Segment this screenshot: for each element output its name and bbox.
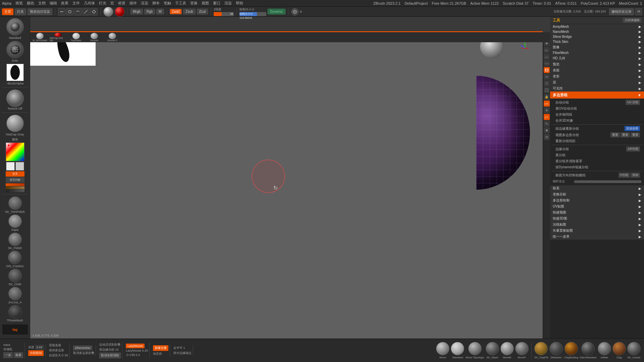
bottom-brush-movetopo[interactable]: Move Topologic	[466, 342, 484, 359]
strip-icon-3[interactable]: 100	[544, 54, 550, 60]
bottom-brush-damstandard[interactable]: DamStandard	[580, 342, 596, 359]
bottom-brush-movef[interactable]: MoveF	[515, 342, 529, 359]
reset-btn2[interactable]: 重置	[621, 132, 630, 137]
edge-sub-row[interactable]: 按边缘重新分组 近似全部	[551, 125, 643, 132]
approx-btn[interactable]: 近似全部	[625, 126, 640, 131]
mat-matcapred[interactable]: MatCap Red Wa	[50, 33, 66, 42]
add-grp-btn[interactable]: 添加	[631, 173, 640, 178]
menu-macro[interactable]: 宏	[110, 1, 114, 6]
strip-icon-7[interactable]	[544, 107, 550, 113]
hd-uv-row[interactable]: 展UV自动分组	[551, 106, 643, 112]
section-image[interactable]: 图像 ▶	[550, 44, 644, 50]
tab-preview[interactable]: 预览伯尔渲染	[28, 8, 52, 15]
brush-sk-trimpolish[interactable]: SK_TrimPolish	[5, 196, 25, 214]
bottom-brush-claybuildup[interactable]: ClayBuildup	[564, 342, 579, 359]
fill-color-btn[interactable]: 填充对象	[6, 177, 24, 183]
strip-icon-dynamic[interactable]: DYN	[544, 101, 550, 107]
matcap-gray[interactable]: MatCap Gray	[2, 115, 28, 136]
clear-loops-btn[interactable]: 取消全部清除	[99, 353, 121, 358]
mrgb-btn[interactable]: Mrgb	[130, 9, 143, 14]
merge-3d-row[interactable]: 合并3D对象	[551, 118, 643, 124]
brush-sk-polish[interactable]: SK_Polish	[8, 233, 22, 250]
canvas[interactable]: ↻ -1.626, 0.773, 0.326	[30, 32, 550, 339]
merge-similar-row[interactable]: 合并相同组	[551, 112, 643, 118]
single-step-btn[interactable]: 一步	[3, 352, 13, 358]
bottom-brush-skclayfill[interactable]: SK_ClayFill	[534, 342, 548, 359]
menu-material[interactable]: 材质	[118, 1, 125, 6]
brush-stroke-btn4[interactable]	[82, 8, 90, 15]
subdiv-level-btn[interactable]: 分段级别	[28, 350, 44, 356]
curve-ctrl-row[interactable]: 曲面方向控制创建组 P分组 添加	[551, 172, 643, 178]
strip-icon-lock[interactable]: 🔒	[544, 94, 550, 100]
focal-shift-btn[interactable]	[291, 8, 299, 15]
section-unified[interactable]: 统一一皮革 ▶	[550, 234, 644, 240]
switch-color-btn[interactable]: 交叉	[6, 171, 24, 177]
bottom-brush-inflate[interactable]: Inflate	[598, 342, 611, 359]
swatch-lightgray[interactable]	[15, 162, 24, 171]
menu-edit[interactable]: 编辑	[50, 1, 57, 6]
menu-script[interactable]: 脚本	[152, 1, 160, 6]
uv-sub-btn[interactable]: UV 分组	[626, 100, 640, 105]
section-quickpreview[interactable]: 快捷预图 ▶	[550, 209, 644, 216]
menu-effect[interactable]: 效果	[61, 1, 68, 6]
reset-btn3[interactable]: 重置	[631, 132, 640, 137]
material-sphere-preview[interactable]	[103, 7, 113, 17]
section-layers[interactable]: 层 ▶	[550, 79, 644, 85]
zcut-btn[interactable]: Zcut	[197, 9, 208, 14]
brush-alpha[interactable]: ~BrushAlpha	[2, 64, 28, 85]
lazy-mouse-btn[interactable]: LazyMouse	[126, 344, 145, 348]
tab-lights[interactable]: 灯具	[15, 8, 26, 15]
ambient-slider1[interactable]	[6, 183, 24, 186]
texture-off[interactable]: Texture Off	[2, 89, 28, 110]
retrieve-btn[interactable]: 检索	[14, 352, 23, 358]
section-link[interactable]: 联系 ▶	[550, 185, 644, 191]
strip-icon-zoom2d[interactable]: 2D	[544, 47, 550, 53]
brush-tposemesh[interactable]: TPoseMesh	[7, 305, 23, 322]
nav-btn[interactable]: 纳	[635, 8, 642, 15]
brush-jaccut[interactable]: JACcut_A	[8, 287, 21, 304]
strip-icon-xyz[interactable]: XYZ	[544, 114, 550, 120]
strip-icon-10[interactable]	[544, 134, 550, 140]
menu-subtool[interactable]: 子工具	[175, 1, 186, 6]
z-intensity-slider[interactable]: 25	[214, 12, 234, 16]
section-normalmap[interactable]: 法线贴图 ▶	[550, 222, 644, 228]
menu-brush[interactable]: 画笔	[15, 1, 23, 6]
menu-geometry[interactable]: 几何体	[84, 1, 95, 6]
gp-btn[interactable]: GP分组	[626, 146, 640, 152]
zsub-btn[interactable]: Zsub	[183, 9, 195, 14]
tab-home[interactable]: 主页	[2, 8, 13, 15]
strip-icon-5[interactable]	[544, 74, 550, 80]
section-quick3d[interactable]: 快捷3D图 ▶	[550, 216, 644, 222]
menu-light[interactable]: 灯光	[99, 1, 106, 6]
brush-stroke-btn1[interactable]	[58, 8, 65, 15]
main-canvas-area[interactable]: ↻ -1.626, 0.773, 0.326	[30, 32, 550, 339]
section-slimebridge[interactable]: Slime Bridge ▶	[550, 34, 644, 39]
section-polypaint[interactable]: 多边形绘制 ▶	[550, 197, 644, 203]
del-div-row[interactable]: 遮分组	[551, 152, 643, 158]
sharp-slider[interactable]: 细杆支点	[553, 179, 641, 184]
swatch-white[interactable]	[6, 162, 15, 171]
mat-smooth5[interactable]: Smooth 5	[104, 33, 121, 42]
ambient-slider2[interactable]	[6, 186, 24, 189]
matcap-redwax-preview[interactable]	[115, 7, 125, 17]
menu-help[interactable]: 帮助	[236, 1, 243, 6]
brush-standard[interactable]: Standard	[2, 18, 28, 40]
depth-value[interactable]: 0.02	[35, 345, 44, 350]
section-thickskin[interactable]: Thick Skin ▶	[550, 39, 644, 44]
section-preview[interactable]: 预览 ▶	[550, 61, 644, 67]
strip-icon-ac50[interactable]: AC50	[544, 60, 550, 66]
menu-render[interactable]: 渲染	[141, 1, 148, 6]
strip-icon-6[interactable]	[544, 87, 550, 93]
menu-alpha[interactable]: Alpha	[2, 1, 11, 5]
section-hd[interactable]: HD 几何 ▶	[550, 55, 644, 61]
strip-icon-9[interactable]	[544, 127, 550, 133]
strip-icon-scale[interactable]	[544, 80, 550, 86]
bottom-brush-skcrease[interactable]: SK_crease	[627, 342, 641, 359]
strip-icon-4[interactable]	[544, 67, 550, 73]
section-vector[interactable]: 矢量置换贴图 ▶	[550, 228, 644, 234]
menu-render2[interactable]: 渲染	[224, 1, 232, 6]
del-div-sub-row[interactable]: 遮分组并清除遮罩	[551, 158, 643, 164]
m-btn[interactable]: M	[156, 9, 164, 14]
section-nanomesh[interactable]: NanoMesh ▶	[550, 29, 644, 34]
view-poly-row[interactable]: 视图多边形分组 重置 重置 重置	[551, 132, 643, 138]
